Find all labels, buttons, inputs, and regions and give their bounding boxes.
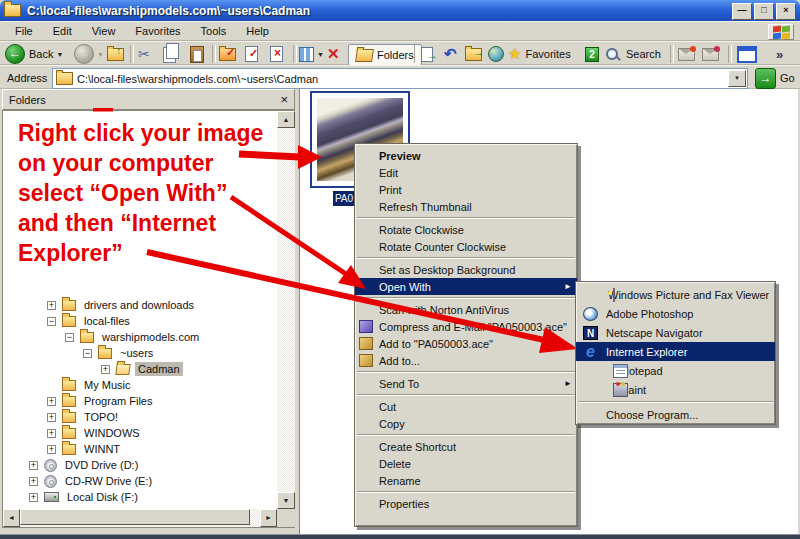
tree-item-program-files[interactable]: +Program Files (3, 393, 275, 409)
context-menu-item-create-shortcut[interactable]: Create Shortcut (355, 438, 577, 455)
expand-icon[interactable]: + (47, 301, 56, 310)
context-menu-item-scan-with-norton-antivirus[interactable]: Scan with Norton AntiVirus (355, 301, 577, 318)
up-button[interactable]: ↑ (107, 44, 124, 64)
tree-item-my-music[interactable]: My Music (3, 377, 275, 393)
page-check-button[interactable]: ✓ (245, 44, 258, 64)
menu-view[interactable]: View (83, 23, 125, 39)
collapse-icon[interactable]: − (65, 333, 74, 342)
title-bar[interactable]: C:\local-files\warshipmodels.com\~users\… (0, 0, 800, 21)
expand-icon[interactable]: + (47, 445, 56, 454)
context-menu-item-set-as-desktop-background[interactable]: Set as Desktop Background (355, 261, 577, 278)
context-menu-item-delete[interactable]: Delete (355, 455, 577, 472)
mail-remove-button[interactable] (702, 44, 719, 64)
folders-panel-close-icon[interactable]: × (280, 94, 288, 105)
open-with-item-adobe-photoshop[interactable]: Adobe Photoshop (576, 304, 775, 323)
tree-item-users[interactable]: −~users (3, 345, 275, 361)
history-button[interactable]: 2 (585, 44, 599, 64)
tree-item-warshipmodels-com[interactable]: −warshipmodels.com (3, 329, 275, 345)
tree-item-local-files[interactable]: −local-files (3, 313, 275, 329)
favorites-button[interactable]: ★ Favorites (508, 44, 571, 64)
expand-icon[interactable]: + (47, 413, 56, 422)
context-menu-item-refresh-thumbnail[interactable]: Refresh Thumbnail (355, 198, 577, 215)
folders-toggle-button[interactable]: Folders (348, 44, 422, 66)
context-menu-item-rotate-counter-clockwise[interactable]: Rotate Counter Clockwise (355, 238, 577, 255)
open-with-item-paint[interactable]: Paint (576, 380, 775, 399)
tree-item-local-disk-f[interactable]: +Local Disk (F:) (3, 489, 275, 505)
tree-item-winnt[interactable]: +WINNT (3, 441, 275, 457)
tree-item-topo[interactable]: +TOPO! (3, 409, 275, 425)
context-menu-item-add-to-pa050003-ace[interactable]: Add to "PA050003.ace" (355, 335, 577, 352)
history-globe-button[interactable] (488, 44, 504, 64)
close-button[interactable]: × (776, 3, 796, 20)
open-with-item-netscape-navigator[interactable]: Netscape Navigator (576, 323, 775, 342)
delete-button[interactable]: ✕ (327, 44, 340, 64)
context-menu-item-cut[interactable]: Cut (355, 398, 577, 415)
open-with-item-choose-program[interactable]: Choose Program... (576, 405, 775, 424)
menu-help[interactable]: Help (237, 23, 278, 39)
toolbar-overflow-chevron[interactable]: » (776, 44, 783, 64)
scroll-up-icon[interactable]: ▲ (277, 111, 295, 128)
context-menu-item-print[interactable]: Print (355, 181, 577, 198)
context-menu-item-open-with[interactable]: Open With► (355, 278, 577, 295)
tree-item-drivers-and-downloads[interactable]: +drivers and downloads (3, 297, 275, 313)
context-menu-item-preview[interactable]: Preview (355, 147, 577, 164)
expand-icon[interactable]: + (47, 397, 56, 406)
context-menu-item-edit[interactable]: Edit (355, 164, 577, 181)
tree-item-cadman[interactable]: +Cadman (3, 361, 275, 377)
context-menu-item-add-to[interactable]: Add to... (355, 352, 577, 369)
views-button[interactable]: ▼ (299, 44, 324, 64)
menu-file[interactable]: File (6, 23, 42, 39)
context-menu-item-rename[interactable]: Rename (355, 472, 577, 489)
address-dropdown-icon[interactable]: ▼ (728, 70, 746, 87)
address-input[interactable]: C:\local-files\warshipmodels.com\~users\… (52, 68, 748, 89)
scroll-right-icon[interactable]: ► (260, 509, 277, 527)
undo-arrow-icon: ↶ (444, 45, 457, 63)
fullscreen-button[interactable] (737, 44, 757, 64)
expand-icon[interactable]: + (29, 461, 38, 470)
paste-button[interactable] (190, 44, 204, 64)
vertical-scrollbar[interactable] (277, 111, 295, 509)
folder-open-icon (115, 364, 131, 375)
scroll-down-icon[interactable]: ▼ (277, 492, 295, 509)
back-button[interactable]: ← Back ▼ (5, 44, 63, 64)
collapse-icon[interactable]: − (47, 317, 56, 326)
copy-button[interactable] (163, 44, 178, 64)
expand-icon[interactable]: + (47, 429, 56, 438)
edit-page-button[interactable]: → (421, 44, 433, 64)
undo-button[interactable]: ↶ (444, 44, 457, 64)
context-menu-item-send-to[interactable]: Send To► (355, 375, 577, 392)
go-button[interactable]: → (755, 68, 776, 89)
expand-icon[interactable]: + (101, 365, 110, 374)
move-to-button[interactable]: → (465, 44, 482, 64)
scroll-left-icon[interactable]: ◄ (3, 509, 20, 527)
toolbar-separator (130, 45, 134, 63)
open-with-item-internet-explorer[interactable]: Internet Explorer (576, 342, 775, 361)
search-button[interactable]: Search (606, 44, 661, 64)
menu-favorites[interactable]: Favorites (126, 23, 189, 39)
favorites-label: Favorites (525, 48, 570, 60)
context-menu-item-properties[interactable]: Properties (355, 495, 577, 512)
mail-button[interactable] (678, 44, 695, 64)
context-menu-item-copy[interactable]: Copy (355, 415, 577, 432)
horizontal-scroll-thumb[interactable] (20, 509, 250, 525)
menu-edit[interactable]: Edit (44, 23, 81, 39)
forward-button[interactable]: → ▼ (74, 44, 104, 64)
menu-tools[interactable]: Tools (192, 23, 236, 39)
context-menu-item-rotate-clockwise[interactable]: Rotate Clockwise (355, 221, 577, 238)
folder-check-button[interactable]: ✓ (219, 44, 236, 64)
tree-item-cd-rw-drive-e[interactable]: +CD-RW Drive (E:) (3, 473, 275, 489)
tree-item-dvd-drive-d[interactable]: +DVD Drive (D:) (3, 457, 275, 473)
minimize-button[interactable]: — (732, 3, 752, 20)
page-delete-button[interactable]: × (270, 44, 283, 64)
context-menu-item-compress-and-e-mail-pa050003-ace[interactable]: Compress and E-Mail "PA050003.ace" (355, 318, 577, 335)
cut-button[interactable]: ✂ (138, 44, 150, 64)
expand-icon[interactable]: + (29, 477, 38, 486)
tree-item-windows[interactable]: +WINDOWS (3, 425, 275, 441)
horizontal-scrollbar[interactable] (3, 509, 277, 527)
expand-icon[interactable]: + (29, 493, 38, 502)
open-with-item-notepad[interactable]: Notepad (576, 361, 775, 380)
menu-separator (357, 434, 575, 436)
open-with-item-windows-picture-and-fax-viewer[interactable]: Windows Picture and Fax Viewer (576, 285, 775, 304)
collapse-icon[interactable]: − (83, 349, 92, 358)
maximize-button[interactable]: □ (754, 3, 774, 20)
